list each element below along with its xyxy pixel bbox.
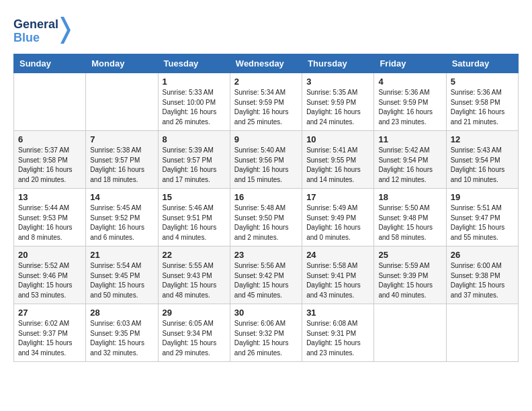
day-detail: Sunrise: 6:05 AM Sunset: 9:34 PM Dayligh… (163, 319, 226, 358)
day-number: 3 (306, 77, 369, 87)
weekday-header: Monday (86, 54, 158, 73)
day-detail: Sunrise: 6:00 AM Sunset: 9:38 PM Dayligh… (451, 261, 514, 300)
day-number: 18 (378, 192, 441, 202)
calendar-cell (86, 73, 158, 131)
day-detail: Sunrise: 5:36 AM Sunset: 9:59 PM Dayligh… (378, 88, 441, 127)
svg-text:General: General (13, 17, 58, 31)
day-detail: Sunrise: 5:40 AM Sunset: 9:56 PM Dayligh… (234, 146, 298, 185)
calendar-cell: 19Sunrise: 5:51 AM Sunset: 9:47 PM Dayli… (446, 189, 518, 246)
calendar-table: SundayMondayTuesdayWednesdayThursdayFrid… (13, 54, 519, 362)
calendar-cell: 29Sunrise: 6:05 AM Sunset: 9:34 PM Dayli… (158, 304, 230, 362)
day-number: 4 (378, 77, 441, 87)
day-detail: Sunrise: 5:36 AM Sunset: 9:58 PM Dayligh… (451, 88, 514, 127)
day-detail: Sunrise: 5:35 AM Sunset: 9:59 PM Dayligh… (306, 88, 369, 127)
page-header: GeneralBlue (13, 13, 519, 47)
calendar-cell (14, 73, 86, 131)
day-detail: Sunrise: 5:50 AM Sunset: 9:48 PM Dayligh… (378, 203, 441, 242)
calendar-cell: 14Sunrise: 5:45 AM Sunset: 9:52 PM Dayli… (86, 189, 158, 246)
calendar-cell: 21Sunrise: 5:54 AM Sunset: 9:45 PM Dayli… (86, 246, 158, 304)
day-number: 27 (18, 308, 81, 318)
day-number: 5 (451, 77, 514, 87)
weekday-header: Saturday (446, 54, 518, 73)
calendar-cell: 30Sunrise: 6:06 AM Sunset: 9:32 PM Dayli… (230, 304, 302, 362)
day-number: 15 (163, 192, 226, 202)
calendar-cell: 8Sunrise: 5:39 AM Sunset: 9:57 PM Daylig… (158, 131, 230, 189)
day-number: 29 (163, 308, 226, 318)
calendar-cell: 1Sunrise: 5:33 AM Sunset: 10:00 PM Dayli… (158, 73, 230, 131)
day-number: 21 (90, 250, 153, 260)
calendar-cell: 17Sunrise: 5:49 AM Sunset: 9:49 PM Dayli… (302, 189, 374, 246)
day-number: 17 (306, 192, 369, 202)
calendar-cell: 6Sunrise: 5:37 AM Sunset: 9:58 PM Daylig… (14, 131, 86, 189)
weekday-header: Thursday (302, 54, 374, 73)
day-number: 7 (90, 134, 153, 144)
calendar-cell: 20Sunrise: 5:52 AM Sunset: 9:46 PM Dayli… (14, 246, 86, 304)
calendar-week-row: 13Sunrise: 5:44 AM Sunset: 9:53 PM Dayli… (14, 189, 519, 246)
calendar-cell: 27Sunrise: 6:02 AM Sunset: 9:37 PM Dayli… (14, 304, 86, 362)
day-number: 19 (451, 192, 514, 202)
day-detail: Sunrise: 5:51 AM Sunset: 9:47 PM Dayligh… (451, 203, 514, 242)
calendar-cell: 23Sunrise: 5:56 AM Sunset: 9:42 PM Dayli… (230, 246, 302, 304)
day-detail: Sunrise: 5:55 AM Sunset: 9:43 PM Dayligh… (163, 261, 226, 300)
calendar-week-row: 1Sunrise: 5:33 AM Sunset: 10:00 PM Dayli… (14, 73, 519, 131)
day-detail: Sunrise: 5:54 AM Sunset: 9:45 PM Dayligh… (90, 261, 153, 300)
day-number: 10 (306, 134, 369, 144)
day-detail: Sunrise: 5:59 AM Sunset: 9:39 PM Dayligh… (378, 261, 441, 300)
svg-marker-2 (60, 17, 71, 44)
calendar-header-row: SundayMondayTuesdayWednesdayThursdayFrid… (14, 54, 519, 73)
day-number: 16 (234, 192, 298, 202)
weekday-header: Tuesday (158, 54, 230, 73)
calendar-week-row: 27Sunrise: 6:02 AM Sunset: 9:37 PM Dayli… (14, 304, 519, 362)
day-detail: Sunrise: 5:34 AM Sunset: 9:59 PM Dayligh… (234, 88, 298, 127)
calendar-week-row: 20Sunrise: 5:52 AM Sunset: 9:46 PM Dayli… (14, 246, 519, 304)
day-number: 23 (234, 250, 298, 260)
day-number: 8 (163, 134, 226, 144)
day-detail: Sunrise: 6:08 AM Sunset: 9:31 PM Dayligh… (306, 319, 369, 358)
day-detail: Sunrise: 5:48 AM Sunset: 9:50 PM Dayligh… (234, 203, 298, 242)
calendar-cell: 15Sunrise: 5:46 AM Sunset: 9:51 PM Dayli… (158, 189, 230, 246)
svg-text:Blue: Blue (13, 31, 40, 44)
calendar-cell: 10Sunrise: 5:41 AM Sunset: 9:55 PM Dayli… (302, 131, 374, 189)
day-number: 9 (234, 134, 298, 144)
day-detail: Sunrise: 5:58 AM Sunset: 9:41 PM Dayligh… (306, 261, 369, 300)
weekday-header: Sunday (14, 54, 86, 73)
calendar-cell: 25Sunrise: 5:59 AM Sunset: 9:39 PM Dayli… (374, 246, 446, 304)
calendar-cell: 16Sunrise: 5:48 AM Sunset: 9:50 PM Dayli… (230, 189, 302, 246)
weekday-header: Friday (374, 54, 446, 73)
day-detail: Sunrise: 5:39 AM Sunset: 9:57 PM Dayligh… (163, 146, 226, 185)
calendar-cell (446, 304, 518, 362)
day-number: 30 (234, 308, 298, 318)
day-number: 14 (90, 192, 153, 202)
calendar-cell: 3Sunrise: 5:35 AM Sunset: 9:59 PM Daylig… (302, 73, 374, 131)
calendar-cell: 18Sunrise: 5:50 AM Sunset: 9:48 PM Dayli… (374, 189, 446, 246)
day-detail: Sunrise: 6:02 AM Sunset: 9:37 PM Dayligh… (18, 319, 81, 358)
day-number: 24 (306, 250, 369, 260)
day-number: 6 (18, 134, 81, 144)
calendar-cell: 2Sunrise: 5:34 AM Sunset: 9:59 PM Daylig… (230, 73, 302, 131)
day-detail: Sunrise: 5:43 AM Sunset: 9:54 PM Dayligh… (451, 146, 514, 185)
calendar-cell: 9Sunrise: 5:40 AM Sunset: 9:56 PM Daylig… (230, 131, 302, 189)
day-detail: Sunrise: 5:45 AM Sunset: 9:52 PM Dayligh… (90, 203, 153, 242)
calendar-cell: 28Sunrise: 6:03 AM Sunset: 9:35 PM Dayli… (86, 304, 158, 362)
day-number: 20 (18, 250, 81, 260)
calendar-cell: 12Sunrise: 5:43 AM Sunset: 9:54 PM Dayli… (446, 131, 518, 189)
day-number: 13 (18, 192, 81, 202)
weekday-header: Wednesday (230, 54, 302, 73)
day-number: 2 (234, 77, 298, 87)
logo-icon: GeneralBlue (13, 13, 74, 47)
calendar-cell: 4Sunrise: 5:36 AM Sunset: 9:59 PM Daylig… (374, 73, 446, 131)
day-number: 1 (163, 77, 226, 87)
day-number: 26 (451, 250, 514, 260)
day-detail: Sunrise: 5:41 AM Sunset: 9:55 PM Dayligh… (306, 146, 369, 185)
calendar-cell: 11Sunrise: 5:42 AM Sunset: 9:54 PM Dayli… (374, 131, 446, 189)
day-detail: Sunrise: 6:03 AM Sunset: 9:35 PM Dayligh… (90, 319, 153, 358)
day-detail: Sunrise: 5:49 AM Sunset: 9:49 PM Dayligh… (306, 203, 369, 242)
calendar-cell: 22Sunrise: 5:55 AM Sunset: 9:43 PM Dayli… (158, 246, 230, 304)
calendar-cell (374, 304, 446, 362)
day-detail: Sunrise: 5:46 AM Sunset: 9:51 PM Dayligh… (163, 203, 226, 242)
day-detail: Sunrise: 5:42 AM Sunset: 9:54 PM Dayligh… (378, 146, 441, 185)
day-detail: Sunrise: 5:38 AM Sunset: 9:57 PM Dayligh… (90, 146, 153, 185)
calendar-cell: 13Sunrise: 5:44 AM Sunset: 9:53 PM Dayli… (14, 189, 86, 246)
calendar-cell: 7Sunrise: 5:38 AM Sunset: 9:57 PM Daylig… (86, 131, 158, 189)
day-detail: Sunrise: 5:56 AM Sunset: 9:42 PM Dayligh… (234, 261, 298, 300)
